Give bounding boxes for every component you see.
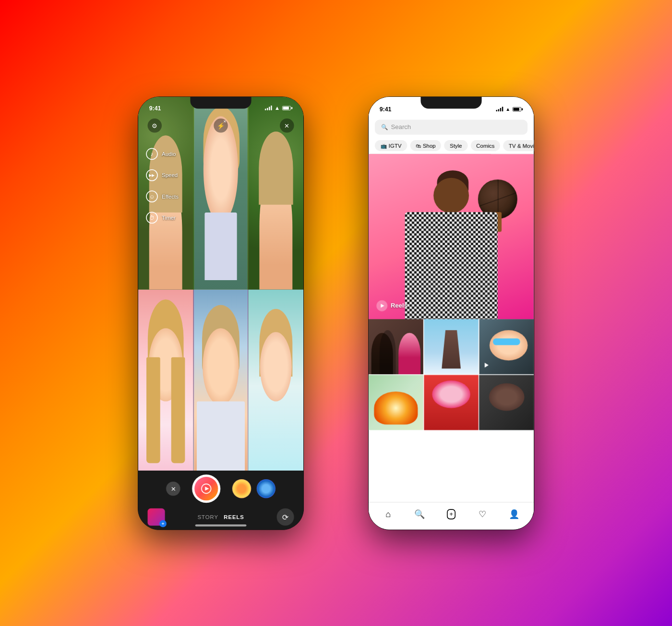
heart-icon: ♡ — [479, 508, 486, 519]
timer-label: Timer — [162, 214, 176, 221]
explore-screen: 9:41 ▲ — [369, 97, 534, 530]
search-nav-icon: 🔍 — [414, 508, 425, 519]
close-icon: ✕ — [284, 122, 289, 130]
filter-sparkle[interactable] — [232, 479, 251, 498]
grid-item-4[interactable] — [369, 375, 423, 430]
grid-item-1[interactable] — [369, 319, 423, 374]
grid-item-5[interactable] — [424, 375, 479, 430]
signal-icon-right — [496, 106, 504, 111]
right-phone: 9:41 ▲ — [369, 97, 534, 530]
tab-shop[interactable]: 🛍 Shop — [410, 140, 441, 151]
shutter-button[interactable] — [192, 474, 220, 503]
speed-tool[interactable]: ▶▶ Speed — [146, 169, 179, 181]
search-placeholder-text: Search — [391, 123, 411, 130]
hero-reel[interactable]: Reels — [369, 154, 534, 319]
flash-x-icon: ✕ — [223, 119, 227, 123]
tv-movies-label: TV & Movies — [509, 142, 534, 149]
flip-camera-button[interactable]: ⟳ — [276, 508, 294, 525]
tab-comics[interactable]: Comics — [471, 140, 500, 151]
add-icon: + — [447, 508, 456, 519]
settings-button[interactable]: ⚙ — [147, 118, 162, 133]
profile-nav-button[interactable]: 👤 — [505, 505, 523, 522]
camera-cell-bl — [138, 289, 193, 482]
person-figure-2 — [398, 333, 420, 374]
reels-logo-icon — [201, 483, 212, 494]
close-filter-icon: ✕ — [170, 484, 176, 492]
effects-tool[interactable]: ☺ Effects — [146, 190, 179, 202]
camera-view: ⚙ ⚡ ✕ ✕ ♪ Audio ▶▶ Speed — [138, 97, 303, 530]
tab-style[interactable]: Style — [444, 140, 468, 151]
effects-label: Effects — [162, 193, 179, 199]
search-icon: 🔍 — [381, 124, 388, 130]
couple-figure — [369, 333, 423, 374]
shutter-inner — [194, 477, 218, 500]
time-right: 9:41 — [380, 106, 392, 112]
shop-icon: 🛍 — [416, 142, 421, 148]
igtv-label: IGTV — [389, 142, 402, 149]
filter-options — [232, 479, 276, 498]
igtv-icon: 📺 — [380, 142, 386, 148]
camera-cell-br — [248, 289, 303, 482]
grid-item-3[interactable] — [479, 319, 534, 374]
woman-body-jacket — [405, 212, 498, 319]
shop-label: Shop — [423, 142, 436, 149]
activity-nav-button[interactable]: ♡ — [474, 505, 492, 522]
signal-icon-left — [265, 106, 272, 110]
mode-labels: STORY REELS — [197, 514, 244, 520]
flowers — [374, 391, 418, 425]
woman-head — [433, 177, 469, 213]
hero-image — [369, 154, 534, 319]
search-nav-button[interactable]: 🔍 — [411, 505, 428, 522]
speed-icon: ▶▶ — [146, 169, 158, 181]
search-bar[interactable]: 🔍 Search — [375, 119, 528, 134]
reels-badge-icon — [376, 300, 387, 311]
explore-view: 9:41 ▲ — [369, 97, 534, 530]
time-left: 9:41 — [149, 104, 161, 111]
profile-icon: 👤 — [509, 508, 519, 519]
close-filter-button[interactable]: ✕ — [166, 481, 180, 496]
hero-reels-label: Reels — [376, 300, 408, 311]
camera-screen: ⚙ ⚡ ✕ ✕ ♪ Audio ▶▶ Speed — [138, 97, 303, 530]
close-button[interactable]: ✕ — [280, 118, 294, 133]
comics-label: Comics — [476, 142, 494, 149]
timer-tool[interactable]: ⏱ Timer — [146, 212, 179, 224]
add-nav-button[interactable]: + — [443, 505, 460, 522]
phone-notch-right — [420, 97, 481, 109]
story-mode-label[interactable]: STORY — [197, 514, 218, 520]
red-person-face — [432, 380, 470, 408]
status-bar-left: 9:41 ▲ — [138, 97, 303, 114]
battery-icon-left — [282, 106, 292, 110]
tab-tv-movies[interactable]: TV & Movies — [503, 140, 534, 151]
grid-item-6[interactable] — [479, 375, 534, 430]
reels-mode-label[interactable]: REELS — [224, 514, 244, 520]
category-tabs: 📺 IGTV 🛍 Shop Style Comics TV & Movies — [369, 138, 534, 154]
status-icons-right: ▲ — [496, 106, 523, 111]
sunglasses — [493, 338, 520, 345]
filter-blue[interactable] — [257, 479, 276, 498]
wifi-icon-left: ▲ — [275, 105, 280, 111]
wifi-icon-right: ▲ — [505, 106, 510, 111]
effects-icon: ☺ — [146, 190, 158, 202]
camera-nav-bottom: STORY REELS ⟳ — [138, 508, 303, 525]
home-nav-button[interactable]: ⌂ — [380, 505, 397, 522]
timer-icon: ⏱ — [146, 212, 158, 224]
tab-igtv[interactable]: 📺 IGTV — [375, 140, 407, 151]
grid-item-2[interactable] — [424, 319, 479, 374]
style-label: Style — [450, 142, 462, 149]
camera-tools-panel: ♪ Audio ▶▶ Speed ☺ Effects ⏱ Timer — [138, 148, 179, 223]
settings-icon: ⚙ — [152, 122, 157, 130]
explore-content: Reels — [369, 154, 534, 502]
camera-bottom-bar: ✕ — [138, 471, 303, 530]
reels-small-icon — [379, 302, 385, 308]
search-bar-container: 🔍 Search — [369, 117, 534, 138]
svg-marker-1 — [205, 486, 209, 490]
dark-person-face — [489, 383, 524, 410]
status-icons-left: ▲ — [265, 105, 292, 111]
reels-label-text: Reels — [391, 302, 408, 309]
camera-cell-bc-main — [193, 289, 249, 482]
audio-tool[interactable]: ♪ Audio — [146, 148, 179, 160]
battery-icon-right — [513, 106, 523, 111]
flash-button[interactable]: ⚡ ✕ — [214, 118, 228, 133]
gallery-thumb[interactable] — [147, 508, 165, 525]
speed-label: Speed — [162, 172, 178, 178]
